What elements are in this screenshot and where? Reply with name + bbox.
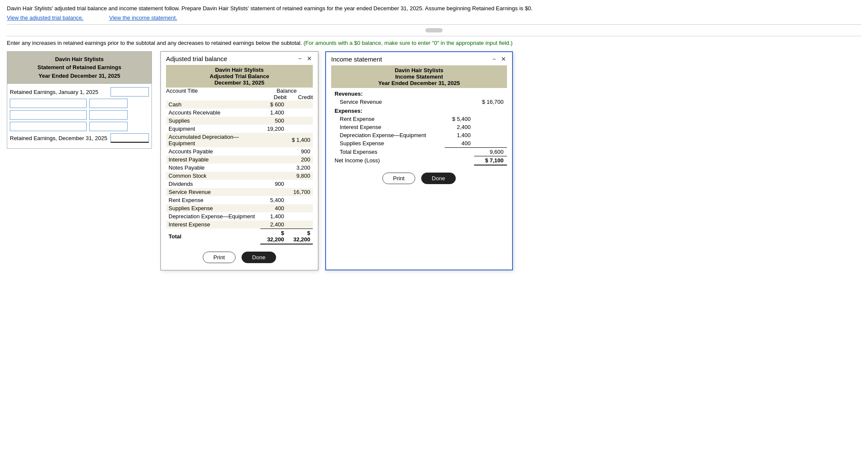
tb-debit-cell: 1,400	[260, 212, 286, 220]
table-row: Equipment19,200	[166, 125, 313, 133]
income-modal: Income statement − ✕ Davin Hair Stylists…	[325, 51, 513, 270]
input-increase1-label[interactable]	[10, 99, 87, 108]
income-minimize-button[interactable]: −	[492, 56, 497, 62]
tb-debit-cell: 19,200	[260, 125, 286, 133]
income-expense-label: Depreciation Expense—Equipment	[331, 131, 445, 139]
tb-credit-cell	[287, 125, 313, 133]
link-trial-balance[interactable]: View the adjusted trial balance.	[7, 15, 84, 21]
tb-debit-cell: 2,400	[260, 220, 286, 229]
income-print-button[interactable]: Print	[382, 173, 415, 184]
tb-account-cell: Interest Expense	[166, 220, 260, 229]
tb-credit-cell	[287, 196, 313, 204]
tb-debit-cell	[260, 164, 286, 172]
trial-balance-done-button[interactable]: Done	[242, 252, 276, 263]
tb-account-cell: Accounts Receivable	[166, 108, 260, 117]
tb-col-subheader: Debit Credit	[166, 94, 313, 100]
trial-balance-title: Adjusted trial balance	[166, 55, 227, 62]
input-increase2-label[interactable]	[10, 110, 87, 120]
income-expense-col2	[474, 131, 507, 139]
form-row-dec31: Retained Earnings, December 31, 2025	[10, 133, 149, 143]
tb-account-cell: Depreciation Expense—Equipment	[166, 212, 260, 220]
link-income-statement[interactable]: View the income statement.	[109, 15, 177, 21]
income-expense-col2	[474, 139, 507, 148]
tb-credit-cell	[287, 100, 313, 108]
income-titlebar: Income statement − ✕	[326, 52, 512, 65]
income-expense-row: Supplies Expense400	[331, 139, 507, 148]
service-revenue-label: Service Revenue	[331, 98, 445, 106]
tb-credit-cell: 900	[287, 147, 313, 155]
table-row: Interest Expense2,400	[166, 220, 313, 229]
input-increase2-value[interactable]	[89, 110, 128, 120]
tb-credit-cell	[287, 117, 313, 125]
tb-col-header: Account Title Balance	[166, 88, 313, 94]
tb-debit-cell: $ 32,200	[260, 229, 286, 244]
instruction-text: Davin Hair Stylists' adjusted trial bala…	[7, 5, 533, 12]
tb-account-cell: Dividends	[166, 180, 260, 188]
form-label-jan1: Retained Earnings, January 1, 2025	[10, 89, 108, 95]
income-close-button[interactable]: ✕	[500, 56, 507, 62]
trial-balance-print-button[interactable]: Print	[203, 252, 236, 263]
income-expense-row: Depreciation Expense—Equipment1,400	[331, 131, 507, 139]
income-expense-col1: 400	[445, 139, 474, 148]
input-dec31[interactable]	[111, 133, 149, 143]
income-controls: − ✕	[492, 56, 507, 62]
tb-debit-cell	[260, 188, 286, 196]
tb-credit-cell	[287, 180, 313, 188]
trial-balance-close-button[interactable]: ✕	[306, 56, 313, 62]
input-increase1-value[interactable]	[89, 99, 128, 108]
table-row: Dividends900	[166, 180, 313, 188]
income-expense-row: Interest Expense2,400	[331, 123, 507, 131]
table-row: Accumulated Depreciation—Equipment$ 1,40…	[166, 133, 313, 147]
modal-container: Adjusted trial balance − ✕ Davin Hair St…	[160, 51, 861, 270]
tb-account-cell: Cash	[166, 100, 260, 108]
tb-account-cell: Common Stock	[166, 172, 260, 180]
tb-col-account: Account Title	[166, 88, 260, 94]
tb-debit-cell: 5,400	[260, 196, 286, 204]
table-row: Accounts Payable900	[166, 147, 313, 155]
trial-balance-table: Davin Hair Stylists Adjusted Trial Balan…	[166, 65, 313, 245]
trial-balance-titlebar: Adjusted trial balance − ✕	[161, 52, 318, 65]
table-row: Service Revenue16,700	[166, 188, 313, 196]
form-title: Statement of Retained Earnings	[9, 63, 150, 72]
tb-credit-cell: 3,200	[287, 164, 313, 172]
income-expenses-label-row: Expenses:	[331, 106, 507, 115]
table-row: Depreciation Expense—Equipment1,400	[166, 212, 313, 220]
income-expense-label: Supplies Expense	[331, 139, 445, 148]
table-row: Interest Payable200	[166, 155, 313, 164]
net-income-label: Net Income (Loss)	[331, 156, 445, 165]
income-expense-col1: $ 5,400	[445, 115, 474, 123]
income-subtitle: Income Statement	[334, 73, 504, 80]
scroll-pill	[425, 28, 443, 32]
income-done-button[interactable]: Done	[421, 173, 456, 184]
table-row: Supplies500	[166, 117, 313, 125]
input-jan1[interactable]	[111, 87, 149, 97]
trial-balance-minimize-button[interactable]: −	[297, 56, 303, 62]
tb-debit-cell	[260, 147, 286, 155]
input-decrease-value[interactable]	[89, 122, 128, 131]
income-footer: Print Done	[326, 173, 512, 184]
tb-date: December 31, 2025	[169, 79, 310, 86]
table-row: Supplies Expense400	[166, 204, 313, 212]
income-expense-label: Rent Expense	[331, 115, 445, 123]
tb-account-cell: Supplies Expense	[166, 204, 260, 212]
tb-debit-cell: 400	[260, 204, 286, 212]
table-row: Rent Expense5,400	[166, 196, 313, 204]
trial-balance-footer: Print Done	[161, 252, 318, 263]
expenses-label: Expenses:	[331, 106, 507, 115]
net-income-value: $ 7,100	[474, 156, 507, 165]
input-instruction: Enter any increases in retained earnings…	[7, 40, 861, 46]
total-expenses-label: Total Expenses	[331, 147, 445, 156]
form-company: Davin Hair Stylists	[9, 55, 150, 64]
tb-account-cell: Total	[166, 229, 260, 244]
income-net-income-row: Net Income (Loss) $ 7,100	[331, 156, 507, 165]
tb-credit-cell: 9,800	[287, 172, 313, 180]
input-decrease-label[interactable]	[10, 122, 87, 131]
form-row-jan1: Retained Earnings, January 1, 2025	[10, 87, 149, 97]
income-service-revenue-row: Service Revenue $ 16,700	[331, 98, 507, 106]
income-company: Davin Hair Stylists	[334, 67, 504, 73]
tb-account-cell: Notes Payable	[166, 164, 260, 172]
tb-account-cell: Accounts Payable	[166, 147, 260, 155]
tb-col-debit: Debit	[260, 94, 286, 100]
form-row-increase1	[10, 99, 149, 108]
tb-credit-cell	[287, 212, 313, 220]
